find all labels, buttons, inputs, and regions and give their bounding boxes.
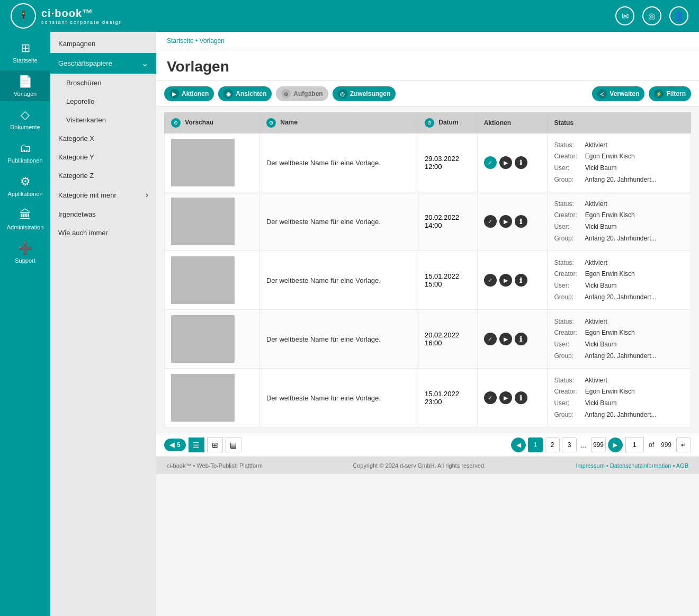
sidebar-item-support[interactable]: ➕ Support [0,237,50,268]
next-page-button[interactable]: ▶ [608,438,623,452]
action-play-icon[interactable]: ▶ [499,274,512,287]
action-info-icon[interactable]: ℹ [515,215,527,228]
view-grid-button[interactable]: ⊞ [207,438,223,452]
logo-area: 🕴 ci·book™ constant corporate design [11,3,123,29]
page-1-button[interactable]: 1 [528,438,543,452]
page-nav: ◀ 1 2 3 ... 999 ▶ [511,438,623,452]
user-label: User: [554,221,583,233]
sub-nav-kategorie-y[interactable]: Kategorie Y [50,148,156,166]
action-check-icon[interactable]: ✓ [484,215,497,228]
view-list-button[interactable]: ☰ [189,438,204,452]
page-size-button[interactable]: ◀ 5 [164,439,186,451]
main-content: Startseite • Vorlagen Vorlagen ▶ Aktione… [156,32,699,616]
page-input[interactable] [625,438,644,452]
compass-button[interactable]: ◎ [642,6,661,25]
sidebar-item-label: Administration [7,224,44,230]
action-info-icon[interactable]: ℹ [515,156,527,169]
sidebar-item-dokumente[interactable]: ◇ Dokumente [0,104,50,135]
sort-vorschau-icon[interactable]: ⊙ [171,118,181,128]
user-label: User: [554,339,583,351]
impressum-link[interactable]: Impressum [576,462,604,469]
action-check-icon[interactable]: ✓ [484,274,497,287]
action-info-icon[interactable]: ℹ [515,333,527,345]
action-icons-row2: ✓ ▶ ℹ [484,215,541,228]
header: 🕴 ci·book™ constant corporate design ✉ ◎… [0,0,699,32]
page-ellipsis: ... [579,441,589,449]
action-play-icon[interactable]: ▶ [499,156,512,169]
user-label: User: [554,280,583,292]
user-label: User: [554,163,583,174]
sidebar-item-label: Applikationen [7,191,42,197]
group-label: Group: [554,233,583,245]
zuweisungen-button[interactable]: ◎ Zuweisungen [333,86,396,101]
left-sidebar: ⊞ Startseite 📄 Vorlagen ◇ Dokumente 🗂 Pu… [0,32,50,616]
status-value: Aktiviert [585,200,607,208]
page-size-value: 5 [177,441,181,449]
creator-value: Egon Erwin Kisch [585,329,635,336]
sub-nav-kategorie-x[interactable]: Kategorie X [50,129,156,148]
sub-nav-kategorie-mehr[interactable]: Kategorie mit mehr › [50,185,156,205]
agb-link[interactable]: AGB [676,462,688,469]
cell-actions-row2: ✓ ▶ ℹ [477,192,548,251]
sidebar-item-vorlagen[interactable]: 📄 Vorlagen [0,70,50,101]
action-play-icon[interactable]: ▶ [499,391,512,404]
sub-nav-kategorie-z[interactable]: Kategorie Z [50,166,156,185]
cell-status-row3: Status: Aktiviert Creator: Egon Erwin Ki… [548,251,691,310]
page-2-button[interactable]: 2 [545,438,560,452]
action-info-icon[interactable]: ℹ [515,391,527,404]
sub-nav-wie-auch-immer[interactable]: Wie auch immer [50,224,156,242]
ansichten-icon: ◉ [223,89,233,99]
page-3-button[interactable]: 3 [562,438,577,452]
datenschutz-link[interactable]: Datenschutzinformation [610,462,671,469]
group-value: Anfang 20. Jahrhundert... [585,411,656,418]
prev-page-button[interactable]: ◀ [511,438,526,452]
status-value: Aktiviert [585,377,607,384]
sub-nav-broschueren[interactable]: Broschüren [50,74,156,92]
sidebar-item-label: Startseite [13,57,37,64]
sub-nav-visitenkarten[interactable]: Visitenkarten [50,111,156,129]
action-info-icon[interactable]: ℹ [515,274,527,287]
sub-nav-leporello[interactable]: Leporello [50,92,156,111]
filtern-button[interactable]: ⚡ Filtern [649,86,691,101]
sidebar-item-administration[interactable]: 🏛 Administration [0,204,50,235]
cell-vorschau-row4 [165,310,260,369]
email-button[interactable]: ✉ [615,6,634,25]
creator-label: Creator: [554,151,583,163]
sort-name-icon[interactable]: ⊙ [266,118,276,128]
go-page-button[interactable]: ↵ [676,438,691,452]
sort-datum-icon[interactable]: ⊙ [425,118,434,128]
view-compact-button[interactable]: ▤ [226,438,241,452]
aktionen-button[interactable]: ▶ Aktionen [164,86,214,101]
table-area: ⊙ Vorschau ⊙ Name ⊙ Datum Aktionen [156,107,699,433]
group-value: Anfang 20. Jahrhundert... [585,352,656,360]
sidebar-item-startseite[interactable]: ⊞ Startseite [0,37,50,68]
sub-nav-geschaeftspapiere[interactable]: Geschäftspapiere ⌄ [50,53,156,74]
ansichten-button[interactable]: ◉ Ansichten [218,86,272,101]
page-999-button[interactable]: 999 [591,438,606,452]
verwalten-button[interactable]: ◁ Verwalten [592,86,644,101]
table-header-row: ⊙ Vorschau ⊙ Name ⊙ Datum Aktionen [165,113,691,133]
user-button[interactable]: 👤 [669,6,688,25]
breadcrumb-startseite[interactable]: Startseite [167,37,194,44]
thumbnail-row5 [171,374,235,422]
action-check-icon[interactable]: ✓ [484,391,497,404]
sidebar-item-publikationen[interactable]: 🗂 Publikationen [0,137,50,168]
action-play-icon[interactable]: ▶ [499,215,512,228]
cell-actions-row5: ✓ ▶ ℹ [477,369,548,427]
page-of-label: of [647,441,656,449]
sidebar-item-label: Publikationen [7,157,42,164]
zuweisungen-icon: ◎ [338,89,347,99]
group-value: Anfang 20. Jahrhundert... [585,293,656,301]
publikationen-icon: 🗂 [20,141,31,155]
sub-nav-kampagnen[interactable]: Kampagnen [50,34,156,53]
administration-icon: 🏛 [20,208,31,222]
status-label: Status: [554,316,583,328]
aufgaben-button[interactable]: ⊕ Aufgaben [276,86,328,101]
action-check-icon[interactable]: ✓ [484,156,497,169]
action-check-icon[interactable]: ✓ [484,333,497,345]
sidebar-item-applikationen[interactable]: ⚙ Applikationen [0,171,50,201]
action-play-icon[interactable]: ▶ [499,333,512,345]
support-icon: ➕ [18,242,32,255]
logo-brand: ci·book™ constant corporate design [41,7,123,25]
sub-nav-irgendetwas[interactable]: Irgendetwas [50,205,156,224]
